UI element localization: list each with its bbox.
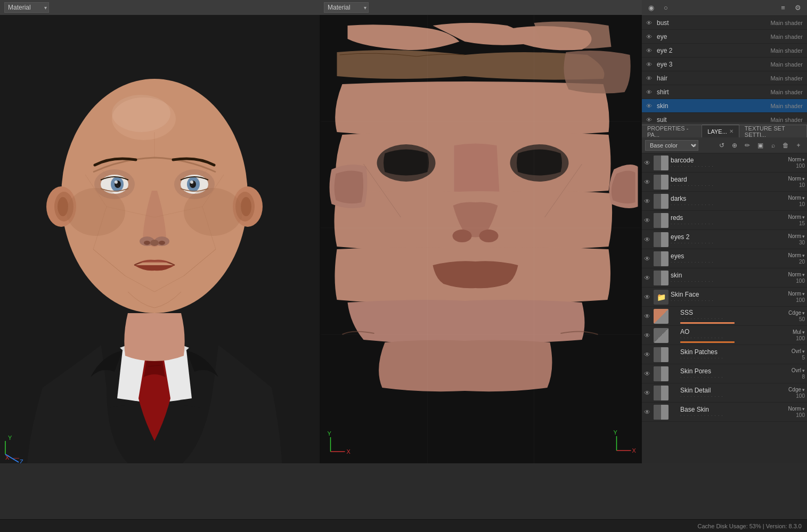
- delete-icon[interactable]: 🗑: [780, 140, 791, 151]
- tab-close-layers[interactable]: ✕: [729, 128, 733, 134]
- material-item-bust[interactable]: 👁 bust Main shader: [642, 16, 807, 30]
- layer-blend-reds[interactable]: Norm ▾: [788, 214, 805, 220]
- layer-blend-ao[interactable]: Mul ▾: [793, 329, 805, 335]
- material-item-eye2[interactable]: 👁 eye 2 Main shader: [642, 44, 807, 58]
- layer-item-skin[interactable]: 👁 skin · · · · · · · · · · · · · Norm ▾ …: [642, 268, 807, 288]
- layer-list: 👁 barcode · · · · · · · · · · · · · Norm…: [642, 153, 807, 463]
- layer-blend-eyes2[interactable]: Norm ▾: [788, 233, 805, 239]
- layer-eye-ao[interactable]: 👁: [644, 332, 651, 339]
- material-eye-eye3[interactable]: 👁: [646, 61, 654, 68]
- layer-eye-sss[interactable]: 👁: [644, 313, 651, 320]
- layer-eye-eyes2[interactable]: 👁: [644, 236, 651, 243]
- layer-item-darks[interactable]: 👁 darks · · · · · · · · · · · · · Norm ▾…: [642, 192, 807, 211]
- material-item-hair[interactable]: 👁 hair Main shader: [642, 71, 807, 85]
- layer-thumb-skin-detail: [654, 386, 669, 400]
- layer-right-skin: Norm ▾ 100: [773, 272, 805, 284]
- layer-item-barcode[interactable]: 👁 barcode · · · · · · · · · · · · · Norm…: [642, 153, 807, 173]
- layer-item-base-skin[interactable]: 👁 Base Skin · · · · · · · · · · · · · No…: [642, 403, 807, 422]
- material-eye-skin[interactable]: 👁: [646, 103, 654, 109]
- tab-layers[interactable]: LAYE...✕: [702, 125, 739, 137]
- tab-properties[interactable]: PROPERTIES - PA...: [642, 125, 702, 137]
- right-mode-dropdown[interactable]: Material Wireframe: [324, 2, 369, 13]
- layer-eye-beard[interactable]: 👁: [644, 178, 651, 186]
- left-mode-dropdown[interactable]: Material Wireframe Solid: [4, 2, 49, 13]
- layer-blend-skin-face[interactable]: Norm ▾: [788, 291, 805, 297]
- layer-blend-base-skin[interactable]: Norm ▾: [788, 406, 805, 412]
- material-name-bust: bust: [657, 19, 767, 27]
- material-eye-bust[interactable]: 👁: [646, 20, 654, 26]
- layer-item-eyes2[interactable]: 👁 eyes 2 · · · · · · · · · · · · · Norm …: [642, 230, 807, 249]
- layer-info-ao: AO · · · · · · · · · · · · ·: [680, 328, 771, 343]
- layer-eye-skin-pores[interactable]: 👁: [644, 370, 651, 378]
- layer-item-beard[interactable]: 👁 beard · · · · · · · · · · · · · Norm ▾…: [642, 173, 807, 192]
- layer-thumb-darks: [654, 194, 669, 209]
- layer-item-skin-face[interactable]: 👁 📁 Skin Face · · · · · · · · · · · · · …: [642, 288, 807, 307]
- list-icon[interactable]: ≡: [777, 2, 789, 14]
- transform-icon[interactable]: ↺: [716, 140, 727, 151]
- layer-opacity-reds: 15: [799, 220, 805, 226]
- paint-icon[interactable]: ✏: [742, 140, 753, 151]
- layer-item-sss[interactable]: 👁 SSS · · · · · · · · · · · · · Cdge ▾ 5…: [642, 307, 807, 326]
- layer-name-sss: SSS: [680, 309, 771, 316]
- layer-eye-skin-face[interactable]: 👁: [644, 293, 651, 301]
- layer-dots-beard: · · · · · · · · · · · · ·: [671, 183, 771, 188]
- left-canvas[interactable]: X — Y Z: [0, 15, 320, 463]
- material-item-suit[interactable]: 👁 suit Main shader: [642, 113, 807, 122]
- material-eye-hair[interactable]: 👁: [646, 75, 654, 81]
- left-viewport[interactable]: Material Wireframe Solid ▾: [0, 0, 320, 463]
- mask-icon[interactable]: ⊕: [729, 140, 740, 151]
- right-viewport[interactable]: Material Wireframe ▾: [320, 0, 642, 463]
- layer-dots-eyes: · · · · · · · · · · · · ·: [671, 260, 771, 265]
- layer-item-skin-detail[interactable]: 👁 Skin Detail · · · · · · · · · · · · · …: [642, 383, 807, 403]
- layer-eye-skin[interactable]: 👁: [644, 274, 651, 282]
- tab-texture-set[interactable]: TEXTURE SET SETTI...: [739, 125, 807, 137]
- material-item-shirt[interactable]: 👁 shirt Main shader: [642, 85, 807, 99]
- layer-blend-skin-pores[interactable]: Ovrl ▾: [792, 367, 805, 373]
- layer-item-skin-pores[interactable]: 👁 Skin Pores · · · · · · · · · · · · · O…: [642, 364, 807, 383]
- material-item-skin[interactable]: 👁 skin Main shader: [642, 99, 807, 113]
- render-eye-icon[interactable]: ◉: [645, 2, 657, 14]
- layer-opacity-skin-detail: 100: [796, 393, 805, 399]
- layer-eye-reds[interactable]: 👁: [644, 217, 651, 224]
- outline-eye-icon[interactable]: ○: [660, 2, 672, 14]
- material-eye-eye2[interactable]: 👁: [646, 47, 654, 54]
- layer-opacity-skin-patches: 5: [802, 355, 805, 361]
- layer-name-beard: beard: [671, 176, 771, 183]
- material-eye-suit[interactable]: 👁: [646, 117, 654, 123]
- layer-eye-base-skin[interactable]: 👁: [644, 408, 651, 416]
- layer-info-eyes: eyes · · · · · · · · · · · · ·: [671, 252, 771, 265]
- layer-eye-darks[interactable]: 👁: [644, 198, 651, 205]
- layer-blend-skin-patches[interactable]: Ovrl ▾: [792, 348, 805, 354]
- add-layer-icon[interactable]: +: [793, 140, 804, 151]
- layer-blend-eyes[interactable]: Norm ▾: [788, 252, 805, 258]
- layer-item-eyes[interactable]: 👁 eyes · · · · · · · · · · · · · Norm ▾ …: [642, 249, 807, 268]
- layer-blend-barcode[interactable]: Norm ▾: [788, 157, 805, 162]
- fill-icon[interactable]: ▣: [755, 140, 765, 151]
- svg-point-24: [150, 240, 159, 246]
- layer-opacity-eyes2: 30: [799, 240, 805, 245]
- blend-mode-dropdown[interactable]: Base color Normal Height: [645, 140, 698, 151]
- material-item-eye[interactable]: 👁 eye Main shader: [642, 30, 807, 44]
- layer-blend-skin-detail[interactable]: Cdge ▾: [788, 387, 805, 392]
- layer-item-skin-patches[interactable]: 👁 Skin Patches · · · · · · · · · · · · ·…: [642, 345, 807, 364]
- layer-dots-ao: · · · · · · · · · · · · ·: [680, 335, 771, 340]
- layer-blend-beard[interactable]: Norm ▾: [788, 176, 805, 182]
- layer-thumb-base-skin: [654, 405, 669, 420]
- layer-eye-skin-detail[interactable]: 👁: [644, 389, 651, 397]
- layer-eye-skin-patches[interactable]: 👁: [644, 351, 651, 358]
- material-item-eye3[interactable]: 👁 eye 3 Main shader: [642, 58, 807, 71]
- layer-eye-eyes[interactable]: 👁: [644, 255, 651, 263]
- layer-item-reds[interactable]: 👁 reds · · · · · · · · · · · · · Norm ▾ …: [642, 211, 807, 230]
- material-eye-shirt[interactable]: 👁: [646, 89, 654, 95]
- uv-canvas[interactable]: X Y X Y: [320, 15, 642, 463]
- material-eye-eye[interactable]: 👁: [646, 34, 654, 40]
- layer-info-base-skin: Base Skin · · · · · · · · · · · · ·: [680, 406, 771, 418]
- search-icon[interactable]: ⌕: [768, 140, 778, 151]
- layer-item-ao[interactable]: 👁 AO · · · · · · · · · · · · · Mul ▾ 100: [642, 326, 807, 345]
- layer-name-base-skin: Base Skin: [680, 406, 771, 413]
- settings-panel-icon[interactable]: ⚙: [792, 2, 804, 14]
- layer-blend-darks[interactable]: Norm ▾: [788, 195, 805, 201]
- layer-eye-barcode[interactable]: 👁: [644, 159, 651, 167]
- layer-blend-sss[interactable]: Cdge ▾: [788, 310, 805, 316]
- layer-blend-skin[interactable]: Norm ▾: [788, 272, 805, 277]
